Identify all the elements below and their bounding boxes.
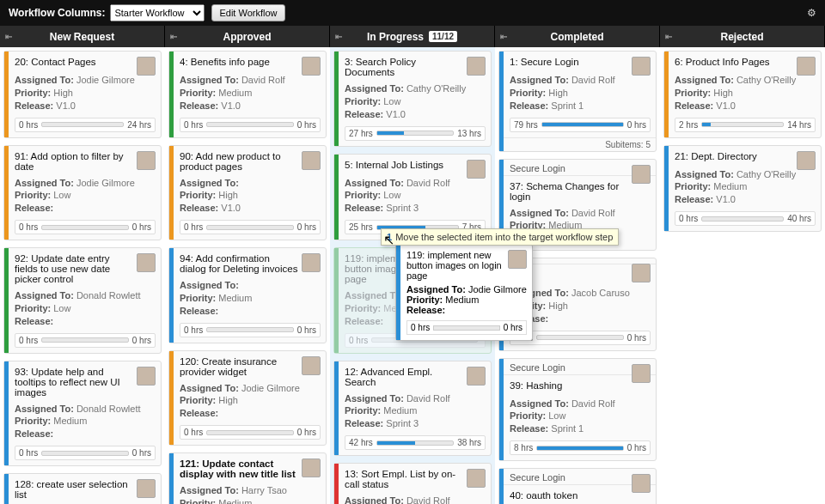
avatar	[137, 479, 156, 498]
card[interactable]: 90: Add new product to product pagesAssi…	[168, 145, 327, 241]
column-header-completed: ⇤ Completed	[495, 26, 660, 47]
column-title: New Request	[50, 31, 114, 43]
hours-bar: 0 hrs0 hrs	[180, 118, 321, 132]
card-title: 94: Add confirmation dialog for Deleting…	[180, 253, 321, 274]
card-meta: Assigned To: David RolfPriority: LowRele…	[345, 177, 486, 216]
card[interactable]: 20: Contact PagesAssigned To: Jodie Gilm…	[3, 51, 162, 138]
subitems-count: Subitems: 5	[499, 137, 656, 151]
avatar	[632, 474, 651, 493]
card-title: 6: Product Info Pages	[675, 57, 816, 69]
column-header-approved: ⇤ Approved	[165, 26, 330, 47]
card-title: 91: Add option to filter by date	[15, 151, 156, 172]
column-title: Approved	[223, 31, 271, 43]
card-meta: Assigned To: Jodie GilmorePriority: High…	[15, 74, 156, 112]
card[interactable]: 4: Benefits info pageAssigned To: David …	[168, 51, 327, 138]
card-meta: Assigned To: Jodie GilmorePriority: High…	[180, 382, 321, 421]
hours-bar: 0 hrs24 hrs	[15, 118, 156, 132]
avatar	[302, 356, 321, 375]
hours-bar: 0 hrs0 hrs	[406, 320, 527, 335]
card-title: 93: Update help and tooltips to reflect …	[15, 367, 156, 398]
toolbar: Workflow Columns: Starter Workflow Edit …	[0, 0, 825, 26]
card[interactable]: 12: Advanced Empl. SearchAssigned To: Da…	[333, 361, 492, 457]
hours-bar: 8 hrs0 hrs	[510, 440, 651, 455]
card-title: 128: create user selection list	[15, 479, 156, 500]
column-approved[interactable]: 4: Benefits info pageAssigned To: David …	[165, 47, 330, 504]
card-meta: Assigned To: Priority: MediumRelease:	[180, 279, 321, 318]
collapse-icon[interactable]: ⇤	[5, 32, 12, 41]
column-new-request[interactable]: 20: Contact PagesAssigned To: Jodie Gilm…	[0, 47, 165, 504]
drag-ghost-card[interactable]: 119: implement new button images on logi…	[395, 244, 533, 341]
card[interactable]: 94: Add confirmation dialog for Deleting…	[168, 247, 327, 343]
columns-header: ⇤ New Request ⇤ Approved ⇤ In Progress 1…	[0, 26, 825, 47]
card[interactable]: 21: Dept. DirectoryAssigned To: Cathy O'…	[663, 145, 822, 233]
edit-workflow-button[interactable]: Edit Workflow	[211, 4, 284, 21]
avatar	[632, 364, 651, 383]
column-badge: 11/12	[429, 31, 457, 42]
avatar	[137, 57, 156, 76]
card-title: 20: Contact Pages	[15, 57, 156, 69]
collapse-icon[interactable]: ⇤	[500, 32, 507, 41]
hours-bar: 0 hrs0 hrs	[180, 425, 321, 440]
drag-count: 1	[387, 232, 392, 242]
card[interactable]: 93: Update help and tooltips to reflect …	[3, 361, 162, 467]
hours-bar: 0 hrs0 hrs	[15, 220, 156, 234]
card-meta: Assigned To: Donald RowlettPriority: Low…	[15, 289, 156, 328]
card[interactable]: Secure Login39: HashingAssigned To: Davi…	[498, 358, 657, 462]
drag-tooltip-text: Move the selected item into the target w…	[395, 232, 613, 242]
column-header-new-request: ⇤ New Request	[0, 26, 165, 47]
card-meta: Assigned To: Jodie GilmorePriority: LowR…	[15, 177, 156, 216]
column-rejected[interactable]: 6: Product Info PagesAssigned To: Cathy …	[660, 47, 825, 504]
column-header-rejected: ⇤ Rejected	[660, 26, 825, 47]
card-title: 39: Hashing	[510, 380, 651, 392]
card-title: 40: oauth token	[510, 490, 651, 502]
card-title: 21: Dept. Directory	[675, 151, 816, 163]
card[interactable]: 6: Product Info PagesAssigned To: Cathy …	[663, 51, 822, 138]
column-header-in-progress: ⇤ In Progress 11/12	[330, 26, 495, 47]
card-title: 5: Internal Job Listings	[345, 160, 486, 172]
card[interactable]: 5: Internal Job ListingsAssigned To: Dav…	[333, 154, 492, 241]
avatar	[302, 458, 321, 477]
column-title: In Progress	[367, 31, 424, 43]
collapse-icon[interactable]: ⇤	[335, 32, 342, 41]
gear-icon[interactable]: ⚙	[807, 7, 816, 19]
card[interactable]: Secure Login40: oauth tokenAssigned To: …	[498, 468, 657, 504]
workflow-select[interactable]: Starter Workflow	[110, 4, 205, 21]
card-meta: Assigned To: David RolfPriority: Very Hi…	[345, 495, 486, 504]
card-meta: Assigned To: Priority: HighRelease: V1.0	[180, 177, 321, 216]
collapse-icon[interactable]: ⇤	[665, 32, 672, 41]
avatar	[797, 151, 816, 170]
card[interactable]: 3: Search Policy DocumentsAssigned To: C…	[333, 51, 492, 147]
avatar	[467, 160, 486, 179]
card-title: 121: Update contact display with new tit…	[180, 458, 321, 479]
card-meta: Assigned To: Donald RowlettPriority: Med…	[15, 403, 156, 441]
card-title: 12: Advanced Empl. Search	[345, 367, 486, 387]
avatar	[632, 165, 651, 184]
card-title: 3: Search Policy Documents	[345, 57, 486, 77]
avatar	[302, 151, 321, 170]
card[interactable]: 121: Update contact display with new tit…	[168, 452, 327, 504]
card[interactable]: 120: Create insurance provider widgetAss…	[168, 350, 327, 446]
card-title: 1: Secure Login	[510, 57, 651, 69]
avatar	[508, 250, 527, 269]
hours-bar: 0 hrs0 hrs	[15, 333, 156, 348]
hours-bar: 2 hrs14 hrs	[675, 118, 816, 132]
card-meta: Assigned To: Harry TsaoPriority: MediumR…	[180, 484, 321, 504]
card[interactable]: 1: Secure LoginAssigned To: David RolfPr…	[498, 51, 657, 152]
card-title: 92: Update date entry fields to use new …	[15, 253, 156, 284]
collapse-icon[interactable]: ⇤	[170, 32, 177, 41]
card[interactable]: 91: Add option to filter by dateAssigned…	[3, 145, 162, 241]
hours-bar: 0 hrs0 hrs	[180, 323, 321, 337]
toolbar-label: Workflow Columns:	[9, 7, 105, 19]
card-meta: Assigned To: Cathy O'ReillyPriority: Hig…	[675, 74, 816, 112]
card[interactable]: 13: Sort Empl. List by on-call statusAss…	[333, 463, 492, 504]
card[interactable]: 92: Update date entry fields to use new …	[3, 247, 162, 354]
card-title: 120: Create insurance provider widget	[180, 356, 321, 377]
hours-bar: 42 hrs38 hrs	[345, 435, 486, 450]
avatar	[632, 57, 651, 76]
column-title: Rejected	[720, 31, 763, 43]
card[interactable]: 128: create user selection listAssigned …	[3, 473, 162, 504]
card-title: 13: Sort Empl. List by on-call status	[345, 469, 486, 489]
avatar	[797, 57, 816, 76]
avatar	[467, 57, 486, 76]
column-title: Completed	[550, 31, 603, 43]
